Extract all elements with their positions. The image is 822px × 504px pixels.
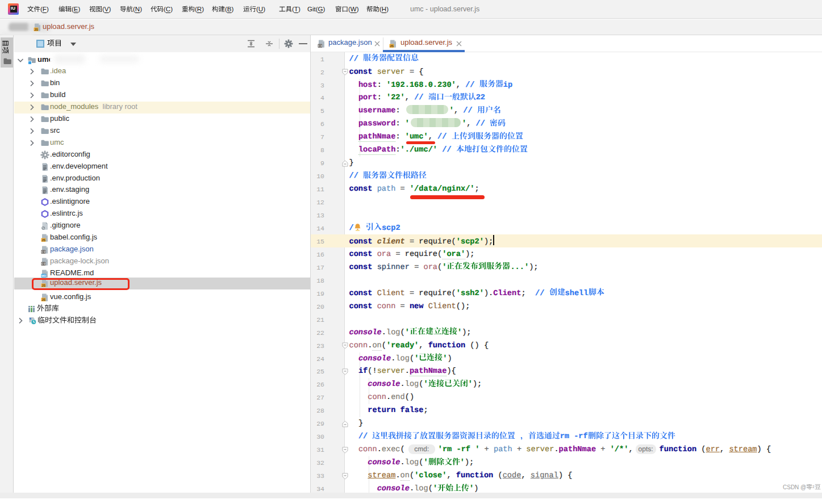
svg-text:JS: JS (390, 44, 394, 48)
svg-text:JS: JS (41, 238, 45, 242)
svg-text:JS: JS (41, 297, 45, 301)
svg-text:JS: JS (34, 28, 38, 31)
svg-text:MD: MD (41, 274, 46, 277)
